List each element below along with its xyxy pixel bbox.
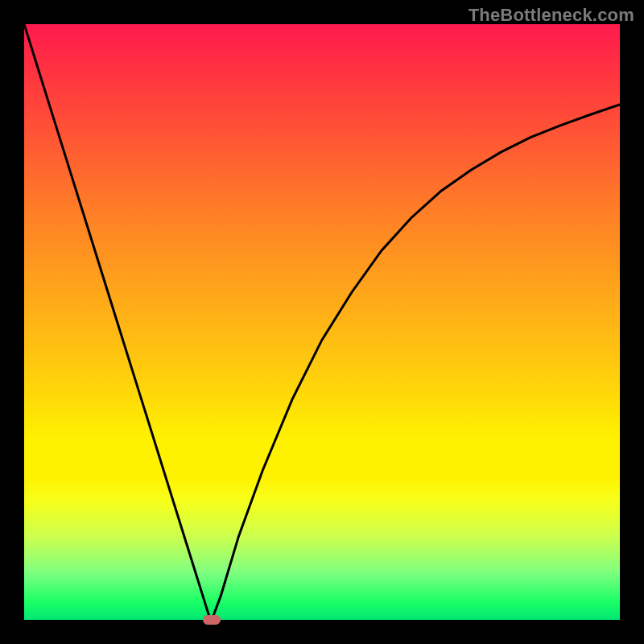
watermark-text: TheBottleneck.com <box>469 5 634 26</box>
plot-area <box>24 24 620 620</box>
bottleneck-curve <box>24 24 620 620</box>
minimum-marker <box>203 615 221 625</box>
curve-path <box>24 24 620 620</box>
